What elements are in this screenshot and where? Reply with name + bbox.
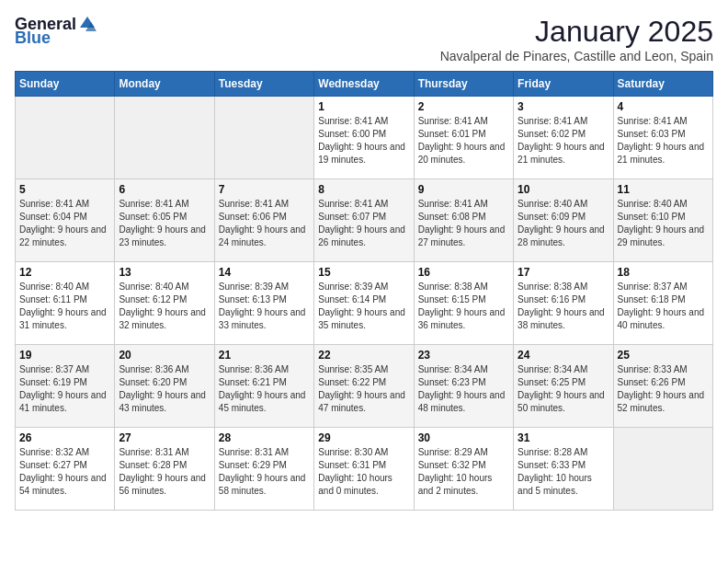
calendar-day-cell: 14Sunrise: 8:39 AMSunset: 6:13 PMDayligh… xyxy=(214,262,313,345)
day-number: 15 xyxy=(318,266,409,279)
day-info: Sunrise: 8:41 AMSunset: 6:03 PMDaylight:… xyxy=(618,115,709,167)
calendar-day-cell: 3Sunrise: 8:41 AMSunset: 6:02 PMDaylight… xyxy=(514,97,613,179)
day-info: Sunrise: 8:40 AMSunset: 6:10 PMDaylight:… xyxy=(618,198,709,249)
weekday-header: Tuesday xyxy=(214,72,313,97)
day-info: Sunrise: 8:28 AMSunset: 6:33 PMDaylight:… xyxy=(518,446,609,498)
weekday-header: Wednesday xyxy=(314,72,414,97)
day-number: 10 xyxy=(518,183,609,196)
day-info: Sunrise: 8:39 AMSunset: 6:13 PMDaylight:… xyxy=(219,281,310,332)
day-number: 1 xyxy=(318,100,409,113)
day-number: 4 xyxy=(618,100,709,113)
day-info: Sunrise: 8:33 AMSunset: 6:26 PMDaylight:… xyxy=(618,363,709,415)
day-number: 17 xyxy=(518,266,609,279)
calendar-body: 1Sunrise: 8:41 AMSunset: 6:00 PMDaylight… xyxy=(16,97,713,511)
calendar-day-cell: 13Sunrise: 8:40 AMSunset: 6:12 PMDayligh… xyxy=(115,262,214,345)
calendar-week-row: 1Sunrise: 8:41 AMSunset: 6:00 PMDaylight… xyxy=(16,97,713,179)
day-number: 26 xyxy=(19,431,110,444)
day-info: Sunrise: 8:34 AMSunset: 6:23 PMDaylight:… xyxy=(418,363,509,415)
day-number: 27 xyxy=(119,431,210,444)
day-info: Sunrise: 8:39 AMSunset: 6:14 PMDaylight:… xyxy=(318,281,409,332)
day-info: Sunrise: 8:31 AMSunset: 6:29 PMDaylight:… xyxy=(219,446,310,498)
day-number: 25 xyxy=(618,349,709,362)
day-number: 3 xyxy=(518,100,609,113)
day-number: 13 xyxy=(119,266,210,279)
logo-blue-text: Blue xyxy=(15,29,97,46)
calendar-day-cell: 1Sunrise: 8:41 AMSunset: 6:00 PMDaylight… xyxy=(314,97,414,179)
day-number: 20 xyxy=(119,349,210,362)
calendar-week-row: 19Sunrise: 8:37 AMSunset: 6:19 PMDayligh… xyxy=(16,345,713,428)
calendar-day-cell: 29Sunrise: 8:30 AMSunset: 6:31 PMDayligh… xyxy=(314,428,414,511)
day-info: Sunrise: 8:41 AMSunset: 6:07 PMDaylight:… xyxy=(318,198,409,249)
calendar-day-cell: 9Sunrise: 8:41 AMSunset: 6:08 PMDaylight… xyxy=(414,179,513,262)
day-number: 7 xyxy=(219,183,310,196)
day-number: 19 xyxy=(19,349,110,362)
calendar-day-cell: 18Sunrise: 8:37 AMSunset: 6:18 PMDayligh… xyxy=(613,262,712,345)
calendar-day-cell: 19Sunrise: 8:37 AMSunset: 6:19 PMDayligh… xyxy=(16,345,115,428)
calendar-day-cell: 22Sunrise: 8:35 AMSunset: 6:22 PMDayligh… xyxy=(314,345,414,428)
calendar-day-cell: 16Sunrise: 8:38 AMSunset: 6:15 PMDayligh… xyxy=(414,262,513,345)
calendar-day-cell: 17Sunrise: 8:38 AMSunset: 6:16 PMDayligh… xyxy=(514,262,613,345)
calendar-header: SundayMondayTuesdayWednesdayThursdayFrid… xyxy=(16,72,713,97)
calendar-day-cell xyxy=(613,428,712,511)
day-info: Sunrise: 8:35 AMSunset: 6:22 PMDaylight:… xyxy=(318,363,409,415)
day-info: Sunrise: 8:41 AMSunset: 6:00 PMDaylight:… xyxy=(318,115,409,167)
page-header: General Blue January 2025 Navalperal de … xyxy=(15,15,713,63)
calendar-day-cell: 27Sunrise: 8:31 AMSunset: 6:28 PMDayligh… xyxy=(115,428,214,511)
day-info: Sunrise: 8:36 AMSunset: 6:21 PMDaylight:… xyxy=(219,363,310,415)
day-number: 14 xyxy=(219,266,310,279)
day-number: 31 xyxy=(518,431,609,444)
day-number: 12 xyxy=(19,266,110,279)
calendar-day-cell: 11Sunrise: 8:40 AMSunset: 6:10 PMDayligh… xyxy=(613,179,712,262)
day-number: 24 xyxy=(518,349,609,362)
calendar-day-cell: 24Sunrise: 8:34 AMSunset: 6:25 PMDayligh… xyxy=(514,345,613,428)
day-info: Sunrise: 8:37 AMSunset: 6:19 PMDaylight:… xyxy=(19,363,110,415)
weekday-header: Friday xyxy=(514,72,613,97)
day-number: 28 xyxy=(219,431,310,444)
calendar-day-cell: 31Sunrise: 8:28 AMSunset: 6:33 PMDayligh… xyxy=(514,428,613,511)
day-number: 5 xyxy=(19,183,110,196)
calendar-day-cell: 30Sunrise: 8:29 AMSunset: 6:32 PMDayligh… xyxy=(414,428,513,511)
calendar-table: SundayMondayTuesdayWednesdayThursdayFrid… xyxy=(15,71,713,511)
calendar-day-cell: 15Sunrise: 8:39 AMSunset: 6:14 PMDayligh… xyxy=(314,262,414,345)
weekday-header: Sunday xyxy=(16,72,115,97)
location-subtitle: Navalperal de Pinares, Castille and Leon… xyxy=(440,49,713,63)
day-number: 29 xyxy=(318,431,409,444)
day-info: Sunrise: 8:40 AMSunset: 6:12 PMDaylight:… xyxy=(119,281,210,332)
calendar-day-cell: 7Sunrise: 8:41 AMSunset: 6:06 PMDaylight… xyxy=(214,179,313,262)
day-info: Sunrise: 8:31 AMSunset: 6:28 PMDaylight:… xyxy=(119,446,210,498)
day-info: Sunrise: 8:40 AMSunset: 6:11 PMDaylight:… xyxy=(19,281,110,332)
calendar-day-cell: 2Sunrise: 8:41 AMSunset: 6:01 PMDaylight… xyxy=(414,97,513,179)
title-block: January 2025 Navalperal de Pinares, Cast… xyxy=(440,15,713,63)
day-number: 2 xyxy=(418,100,509,113)
calendar-day-cell: 23Sunrise: 8:34 AMSunset: 6:23 PMDayligh… xyxy=(414,345,513,428)
calendar-day-cell xyxy=(16,97,115,179)
calendar-day-cell: 5Sunrise: 8:41 AMSunset: 6:04 PMDaylight… xyxy=(16,179,115,262)
weekday-header: Saturday xyxy=(613,72,712,97)
day-info: Sunrise: 8:34 AMSunset: 6:25 PMDaylight:… xyxy=(518,363,609,415)
day-info: Sunrise: 8:41 AMSunset: 6:01 PMDaylight:… xyxy=(418,115,509,167)
day-info: Sunrise: 8:38 AMSunset: 6:15 PMDaylight:… xyxy=(418,281,509,332)
header-row: SundayMondayTuesdayWednesdayThursdayFrid… xyxy=(16,72,713,97)
day-number: 16 xyxy=(418,266,509,279)
day-info: Sunrise: 8:36 AMSunset: 6:20 PMDaylight:… xyxy=(119,363,210,415)
day-info: Sunrise: 8:37 AMSunset: 6:18 PMDaylight:… xyxy=(618,281,709,332)
day-number: 6 xyxy=(119,183,210,196)
day-number: 18 xyxy=(618,266,709,279)
day-number: 8 xyxy=(318,183,409,196)
calendar-day-cell xyxy=(214,97,313,179)
day-number: 22 xyxy=(318,349,409,362)
day-number: 30 xyxy=(418,431,509,444)
calendar-week-row: 5Sunrise: 8:41 AMSunset: 6:04 PMDaylight… xyxy=(16,179,713,262)
weekday-header: Thursday xyxy=(414,72,513,97)
day-info: Sunrise: 8:41 AMSunset: 6:04 PMDaylight:… xyxy=(19,198,110,249)
day-number: 9 xyxy=(418,183,509,196)
day-info: Sunrise: 8:30 AMSunset: 6:31 PMDaylight:… xyxy=(318,446,409,498)
calendar-week-row: 26Sunrise: 8:32 AMSunset: 6:27 PMDayligh… xyxy=(16,428,713,511)
calendar-day-cell: 4Sunrise: 8:41 AMSunset: 6:03 PMDaylight… xyxy=(613,97,712,179)
day-number: 21 xyxy=(219,349,310,362)
calendar-day-cell: 6Sunrise: 8:41 AMSunset: 6:05 PMDaylight… xyxy=(115,179,214,262)
day-number: 23 xyxy=(418,349,509,362)
month-title: January 2025 xyxy=(440,15,713,49)
day-number: 11 xyxy=(618,183,709,196)
calendar-week-row: 12Sunrise: 8:40 AMSunset: 6:11 PMDayligh… xyxy=(16,262,713,345)
